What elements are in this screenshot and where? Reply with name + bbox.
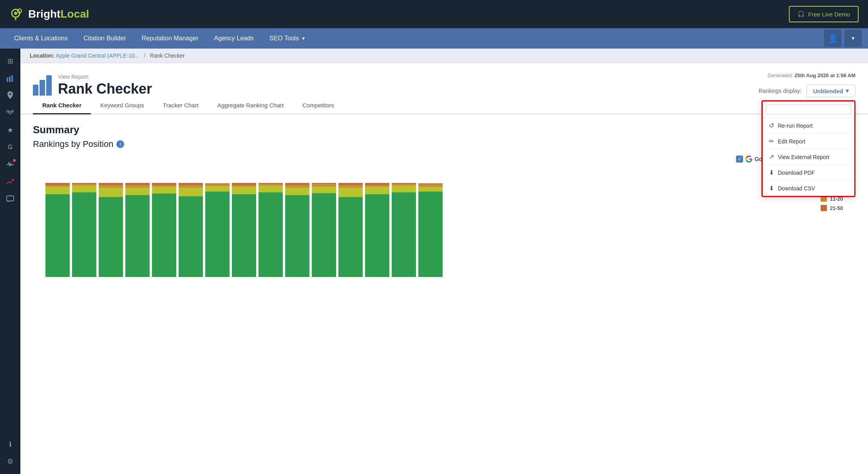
dropdown-search-area: [763, 101, 854, 118]
bar-group-0: [45, 183, 70, 277]
sidebar-pulse-icon[interactable]: [2, 157, 18, 172]
svg-point-1: [14, 12, 17, 15]
tab-rank-checker[interactable]: Rank Checker: [33, 97, 91, 114]
unblended-button[interactable]: Unblended ▾: [807, 85, 856, 97]
dropdown-item-csv[interactable]: ⬇ Download CSV: [763, 181, 854, 196]
sidebar-star-icon[interactable]: ★: [2, 122, 18, 138]
bar-segment: [392, 192, 416, 277]
nav-item-seo[interactable]: SEO Tools ▼: [262, 28, 313, 49]
nav-right: 👤 ▼: [824, 30, 862, 47]
bar-segment: [259, 192, 283, 277]
bar-group-1: [72, 183, 96, 277]
dropdown-search-input[interactable]: [766, 105, 851, 114]
google-checkbox[interactable]: ✓: [736, 156, 743, 163]
dropdown-chevron-icon: ▾: [846, 87, 849, 94]
unblended-dropdown: Unblended ▾ ↺ Re-run Report: [807, 85, 856, 97]
bar-segment: [418, 187, 443, 192]
logo-area: BrightLocal: [9, 6, 89, 22]
bar-group-7: [232, 183, 256, 277]
bar-segment: [285, 185, 309, 188]
legend-21-50: 21-50: [821, 205, 843, 211]
bar-segment: [205, 186, 230, 192]
nav-arrow-button[interactable]: ▼: [844, 30, 862, 47]
bar-segment: [338, 188, 363, 197]
sidebar-chat-icon[interactable]: [2, 191, 18, 207]
sidebar-grid-icon[interactable]: ⊞: [2, 53, 18, 69]
bar-segment: [205, 192, 230, 277]
sidebar-chart-icon[interactable]: [2, 71, 18, 86]
user-avatar-button[interactable]: 👤: [824, 30, 841, 47]
edit-icon: ✏: [769, 137, 774, 145]
sidebar-trend-icon[interactable]: [2, 174, 18, 190]
bar-segment: [259, 186, 283, 192]
chart-container: 1 2-5 6-10 11-20: [33, 167, 855, 277]
svg-line-11: [11, 112, 12, 113]
sidebar-settings-icon[interactable]: ⚙: [2, 454, 18, 469]
rankings-display-label: Rankings display:: [759, 88, 802, 94]
bar-segment: [179, 196, 203, 277]
bar-segment: [125, 185, 150, 188]
bar-group-5: [179, 183, 203, 277]
summary-title: Summary: [33, 124, 855, 136]
bar-group-14: [418, 183, 443, 277]
tab-tracker-chart[interactable]: Tracker Chart: [154, 97, 208, 114]
nav-bar: Clients & Locations Citation Builder Rep…: [0, 28, 868, 49]
nav-item-citation[interactable]: Citation Builder: [76, 28, 134, 49]
bar-segment: [45, 187, 70, 194]
dropdown-item-external[interactable]: ↗ View External Report: [763, 149, 854, 165]
tabs-row: Rank Checker Keyword Groups Tracker Char…: [20, 97, 868, 114]
top-header: BrightLocal 🎧 Free Live Demo: [0, 0, 868, 28]
bar-segment: [125, 188, 150, 195]
view-report-label: View Report:: [58, 74, 152, 80]
report-title: Rank Checker: [58, 81, 152, 97]
google-logo-icon: [745, 156, 752, 163]
bar-segment: [312, 193, 336, 277]
free-live-demo-button[interactable]: 🎧 Free Live Demo: [789, 6, 859, 22]
bar-group-6: [205, 183, 230, 277]
bar-segment: [285, 195, 309, 277]
nav-item-clients[interactable]: Clients & Locations: [6, 28, 76, 49]
rankings-by-position-title: Rankings by Position i: [33, 139, 855, 149]
headset-icon: 🎧: [797, 11, 805, 18]
dropdown-menu: ↺ Re-run Report ✏ Edit Report ↗ View Ext…: [761, 100, 855, 197]
bar-segment: [152, 187, 176, 194]
bar-segment: [285, 188, 309, 195]
bar-segment: [99, 185, 123, 188]
download-pdf-icon: ⬇: [769, 169, 774, 176]
bar-segment: [99, 188, 123, 197]
bar-segment: [392, 186, 416, 192]
rankings-display-row-inner: Rankings display: Unblended ▾ ↺: [759, 85, 855, 97]
sidebar-location-icon[interactable]: [2, 88, 18, 103]
dropdown-item-pdf[interactable]: ⬇ Download PDF: [763, 165, 854, 181]
bar-segment: [72, 186, 96, 192]
report-meta: Generated: 25th Aug 2020 at 1:56 AM: [768, 72, 855, 81]
nav-item-agency[interactable]: Agency Leads: [206, 28, 261, 49]
sidebar-network-icon[interactable]: [2, 105, 18, 121]
bar-segment: [338, 197, 363, 277]
bar-group-11: [338, 183, 363, 277]
tab-aggregate-ranking[interactable]: Aggregate Ranking Chart: [208, 97, 293, 114]
bar-segment: [179, 185, 203, 188]
bar-segment: [312, 184, 336, 186]
bar-segment: [365, 187, 389, 194]
bar-group-9: [285, 183, 309, 277]
bar-segment: [365, 194, 389, 277]
icon-bar-2: [40, 80, 45, 96]
dropdown-item-rerun[interactable]: ↺ Re-run Report: [763, 118, 854, 134]
bar-segment: [338, 185, 363, 188]
nav-item-reputation[interactable]: Reputation Manager: [134, 28, 206, 49]
sidebar-google-icon[interactable]: G: [2, 139, 18, 155]
tab-keyword-groups[interactable]: Keyword Groups: [91, 97, 154, 114]
bar-group-2: [99, 183, 123, 277]
dropdown-item-edit[interactable]: ✏ Edit Report: [763, 134, 854, 149]
sidebar-info-icon[interactable]: ℹ: [2, 436, 18, 452]
breadcrumb-location-link[interactable]: Apple Grand Central (APPLE-10...: [56, 52, 139, 59]
svg-point-7: [9, 112, 11, 114]
bar-segment: [99, 197, 123, 277]
tab-competitors[interactable]: Competitors: [293, 97, 344, 114]
brightlocal-logo-icon: [9, 6, 25, 22]
bar-group-12: [365, 183, 389, 277]
rankings-info-icon[interactable]: i: [116, 140, 124, 148]
user-icon: 👤: [828, 34, 838, 43]
report-right-panel: Generated: 25th Aug 2020 at 1:56 AM Rank…: [759, 72, 855, 97]
